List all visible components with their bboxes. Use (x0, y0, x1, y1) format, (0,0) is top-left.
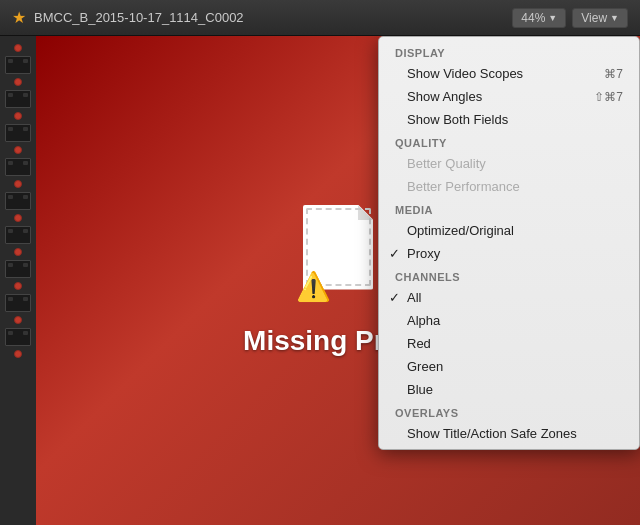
proxy-label: Proxy (407, 246, 623, 261)
show-angles-shortcut: ⇧⌘7 (594, 90, 623, 104)
better-performance-item: Better Performance (379, 175, 639, 198)
clip-title: BMCC_B_2015-10-17_1114_C0002 (34, 10, 512, 25)
proxy-item[interactable]: Proxy (379, 242, 639, 265)
channel-all-item[interactable]: All (379, 286, 639, 309)
filmstrip (0, 36, 36, 525)
film-dot-3 (14, 112, 22, 120)
film-dot-5 (14, 180, 22, 188)
show-title-action-safe-zones-label: Show Title/Action Safe Zones (407, 426, 623, 441)
channel-alpha-item[interactable]: Alpha (379, 309, 639, 332)
show-video-scopes-shortcut: ⌘7 (604, 67, 623, 81)
film-dot-9 (14, 316, 22, 324)
channel-blue-item[interactable]: Blue (379, 378, 639, 401)
film-frame-6 (5, 226, 31, 244)
better-quality-item: Better Quality (379, 152, 639, 175)
better-quality-label: Better Quality (407, 156, 623, 171)
zoom-dropdown-arrow: ▼ (548, 13, 557, 23)
film-dot-2 (14, 78, 22, 86)
film-dot-6 (14, 214, 22, 222)
channel-blue-label: Blue (407, 382, 623, 397)
better-performance-label: Better Performance (407, 179, 623, 194)
film-frame-2 (5, 90, 31, 108)
title-bar: ★ BMCC_B_2015-10-17_1114_C0002 44% ▼ Vie… (0, 0, 640, 36)
film-frame-9 (5, 328, 31, 346)
channel-red-label: Red (407, 336, 623, 351)
optimized-original-item[interactable]: Optimized/Original (379, 219, 639, 242)
film-frame-4 (5, 158, 31, 176)
main-content: ⚠️ Missing Proxy DISPLAY Show Video Scop… (0, 36, 640, 525)
film-dot-8 (14, 282, 22, 290)
toolbar-controls: 44% ▼ View ▼ (512, 8, 628, 28)
quality-section-header: QUALITY (379, 131, 639, 152)
channel-alpha-label: Alpha (407, 313, 623, 328)
show-angles-item[interactable]: Show Angles ⇧⌘7 (379, 85, 639, 108)
display-section-header: DISPLAY (379, 41, 639, 62)
film-frame-5 (5, 192, 31, 210)
star-icon: ★ (12, 8, 26, 27)
view-dropdown-menu: DISPLAY Show Video Scopes ⌘7 Show Angles… (378, 36, 640, 450)
channel-all-label: All (407, 290, 623, 305)
film-frame-1 (5, 56, 31, 74)
film-frame-3 (5, 124, 31, 142)
show-video-scopes-label: Show Video Scopes (407, 66, 604, 81)
show-title-action-safe-zones-item[interactable]: Show Title/Action Safe Zones (379, 422, 639, 445)
film-dot-4 (14, 146, 22, 154)
film-dot-7 (14, 248, 22, 256)
channel-green-item[interactable]: Green (379, 355, 639, 378)
optimized-original-label: Optimized/Original (407, 223, 623, 238)
view-dropdown-arrow: ▼ (610, 13, 619, 23)
zoom-level: 44% (521, 11, 545, 25)
show-both-fields-item[interactable]: Show Both Fields (379, 108, 639, 131)
show-both-fields-label: Show Both Fields (407, 112, 623, 127)
film-frame-8 (5, 294, 31, 312)
film-frame-7 (5, 260, 31, 278)
view-button[interactable]: View ▼ (572, 8, 628, 28)
channels-section-header: CHANNELS (379, 265, 639, 286)
view-label: View (581, 11, 607, 25)
missing-proxy-icon: ⚠️ (293, 205, 383, 305)
warning-icon: ⚠️ (293, 269, 333, 305)
zoom-button[interactable]: 44% ▼ (512, 8, 566, 28)
channel-red-item[interactable]: Red (379, 332, 639, 355)
channel-green-label: Green (407, 359, 623, 374)
overlays-section-header: OVERLAYS (379, 401, 639, 422)
show-angles-label: Show Angles (407, 89, 594, 104)
film-dot-10 (14, 350, 22, 358)
film-dot-1 (14, 44, 22, 52)
show-video-scopes-item[interactable]: Show Video Scopes ⌘7 (379, 62, 639, 85)
media-section-header: MEDIA (379, 198, 639, 219)
